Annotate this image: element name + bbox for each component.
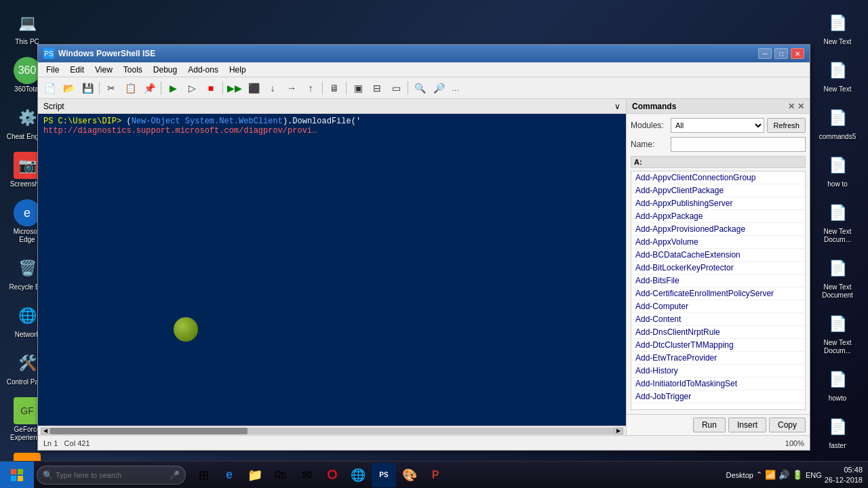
toolbar-stop[interactable]: ■ — [202, 80, 220, 96]
list-item[interactable]: Add-JobTrigger — [631, 390, 805, 403]
toolbar-run-script[interactable]: ▶ — [164, 80, 182, 96]
search-bar[interactable]: 🔍 🎤 — [37, 466, 186, 485]
taskbar-chrome[interactable]: 🌐 — [346, 463, 370, 487]
desktop-icon-this-pc[interactable]: 💻 This PC — [3, 7, 52, 49]
list-item[interactable]: Add-BCDataCacheExtension — [631, 249, 805, 262]
start-button[interactable] — [0, 462, 34, 489]
list-item[interactable]: Add-AppxProvisionedPackage — [631, 223, 805, 236]
toolbar-new[interactable]: 📄 — [41, 80, 58, 96]
toolbar-step-out[interactable]: ↑ — [302, 80, 319, 96]
toolbar-step-into[interactable]: ↓ — [264, 80, 281, 96]
toolbar-save[interactable]: 💾 — [79, 80, 96, 96]
taskbar-edge[interactable]: e — [217, 463, 241, 487]
list-item[interactable]: Add-AppxPublishingServer — [631, 197, 805, 210]
taskbar-store[interactable]: 🛍 — [269, 463, 293, 487]
list-item[interactable]: Add-AppxPackage — [631, 210, 805, 223]
list-item[interactable]: Add-EtwTraceProvider — [631, 352, 805, 365]
show-desktop-text[interactable]: Desktop — [726, 471, 753, 479]
taskbar-powerpoint[interactable]: P — [423, 463, 448, 487]
status-bar: Ln 1 Col 421 100% — [38, 435, 810, 450]
scroll-track[interactable] — [50, 428, 614, 434]
svg-rect-2 — [11, 476, 16, 481]
toolbar-show-console[interactable]: ▭ — [387, 80, 405, 96]
list-item[interactable]: Add-AppxVolume — [631, 236, 805, 249]
scroll-left-arrow[interactable]: ◀ — [41, 428, 50, 434]
desktop-icon-new-text-4[interactable]: 📄 New Text Document — [813, 252, 862, 302]
search-input[interactable] — [56, 471, 167, 479]
minimize-button[interactable]: ─ — [758, 48, 772, 59]
commands-close-x[interactable]: ✕ — [788, 102, 795, 111]
toolbar-debug-stop[interactable]: ⬛ — [245, 80, 262, 96]
list-item[interactable]: Add-DtcClusterTMMapping — [631, 339, 805, 352]
taskbar-paint[interactable]: 🎨 — [397, 463, 422, 487]
list-item[interactable]: Add-AppvClientPackage — [631, 184, 805, 197]
menu-edit[interactable]: Edit — [64, 64, 90, 76]
list-item[interactable]: Add-InitiatorIdToMaskingSet — [631, 378, 805, 390]
list-item[interactable]: Add-History — [631, 365, 805, 378]
list-item[interactable]: Add-BitLockerKeyProtector — [631, 262, 805, 274]
taskbar-powershell[interactable]: PS — [372, 463, 396, 487]
toolbar-zoom-in[interactable]: 🔍 — [411, 80, 429, 96]
list-item[interactable]: Add-Computer — [631, 300, 805, 313]
terminal-area[interactable]: PS C:\Users\DIP> (New-Object System.Net.… — [38, 114, 626, 426]
list-item[interactable]: Add-DnsClientNrptRule — [631, 326, 805, 339]
script-panel-header: Script ∨ — [38, 99, 626, 114]
desktop-icon-how-to[interactable]: 📄 how to — [813, 149, 862, 191]
taskbar-mail[interactable]: ✉ — [294, 463, 319, 487]
script-panel: Script ∨ PS C:\Users\DIP> (New-Object Sy… — [38, 99, 627, 435]
main-content: Script ∨ PS C:\Users\DIP> (New-Object Sy… — [38, 99, 810, 435]
menu-tools[interactable]: Tools — [118, 64, 148, 76]
desktop-icon-new-text-3[interactable]: 📄 New Text Docum... — [813, 197, 862, 247]
insert-button[interactable]: Insert — [728, 418, 766, 432]
taskbar-explorer[interactable]: 📁 — [243, 463, 267, 487]
desktop-icon-commands5[interactable]: 📄 commands5 — [813, 102, 862, 144]
run-button[interactable]: Run — [693, 418, 726, 432]
title-bar: PS Windows PowerShell ISE ─ □ ✕ — [38, 45, 810, 62]
desktop-icon-faster[interactable]: 📄 faster — [813, 411, 862, 453]
menu-file[interactable]: File — [41, 64, 64, 76]
expand-icon[interactable]: ⌃ — [756, 470, 762, 479]
desktop-icon-new-text-1[interactable]: 📄 New Text — [813, 7, 862, 49]
toolbar-step-over[interactable]: → — [283, 80, 300, 96]
modules-select[interactable]: All — [671, 118, 764, 133]
menu-addons[interactable]: Add-ons — [182, 64, 224, 76]
toolbar-open[interactable]: 📂 — [60, 80, 77, 96]
commands-header: Commands ✕ ✕ — [627, 99, 810, 114]
menu-view[interactable]: View — [90, 64, 118, 76]
close-button[interactable]: ✕ — [791, 48, 804, 59]
desktop-icon-new-text-5[interactable]: 📄 New Text Docum... — [813, 308, 862, 358]
terminal-scrollbar[interactable]: ◀ ▶ — [38, 426, 626, 435]
scroll-right-arrow[interactable]: ▶ — [614, 428, 623, 434]
refresh-button[interactable]: Refresh — [767, 118, 806, 133]
ball-decoration — [174, 317, 198, 342]
toolbar-cut[interactable]: ✂ — [102, 80, 120, 96]
menu-debug[interactable]: Debug — [148, 64, 182, 76]
taskbar-opera[interactable]: O — [320, 463, 344, 487]
menu-help[interactable]: Help — [224, 64, 252, 76]
toolbar-zoom-out[interactable]: 🔎 — [430, 80, 448, 96]
taskbar-task-view[interactable]: ⊞ — [191, 463, 216, 487]
toolbar-show-script[interactable]: ▣ — [349, 80, 367, 96]
toolbar-debug-run[interactable]: ▶▶ — [226, 80, 243, 96]
desktop-icon-howto[interactable]: 📄 howto — [813, 363, 862, 405]
list-item[interactable]: Add-BitsFile — [631, 274, 805, 287]
copy-button[interactable]: Copy — [769, 418, 806, 432]
desktop-icon-new-text-2[interactable]: 📄 New Text — [813, 54, 862, 96]
maximize-button[interactable]: □ — [774, 48, 788, 59]
toolbar-run-selection[interactable]: ▷ — [183, 80, 201, 96]
list-item[interactable]: Add-Content — [631, 313, 805, 326]
toolbar-copy[interactable]: 📋 — [121, 80, 139, 96]
toolbar-new-remote[interactable]: 🖥 — [326, 80, 343, 96]
window-controls: ─ □ ✕ — [758, 48, 804, 59]
modules-label: Modules: — [631, 121, 668, 130]
commands-close-x2[interactable]: ✕ — [797, 102, 804, 111]
scroll-thumb[interactable] — [50, 428, 248, 434]
svg-rect-0 — [11, 469, 16, 474]
list-item[interactable]: Add-AppvClientConnectionGroup — [631, 171, 805, 184]
name-input[interactable] — [671, 137, 806, 152]
commands-list[interactable]: Add-AppvClientConnectionGroup Add-AppvCl… — [631, 171, 806, 410]
script-panel-toggle[interactable]: ∨ — [614, 102, 620, 111]
toolbar-paste[interactable]: 📌 — [140, 80, 158, 96]
list-item[interactable]: Add-CertificateEnrollmentPolicyServer — [631, 287, 805, 300]
toolbar-show-split[interactable]: ⊟ — [368, 80, 386, 96]
